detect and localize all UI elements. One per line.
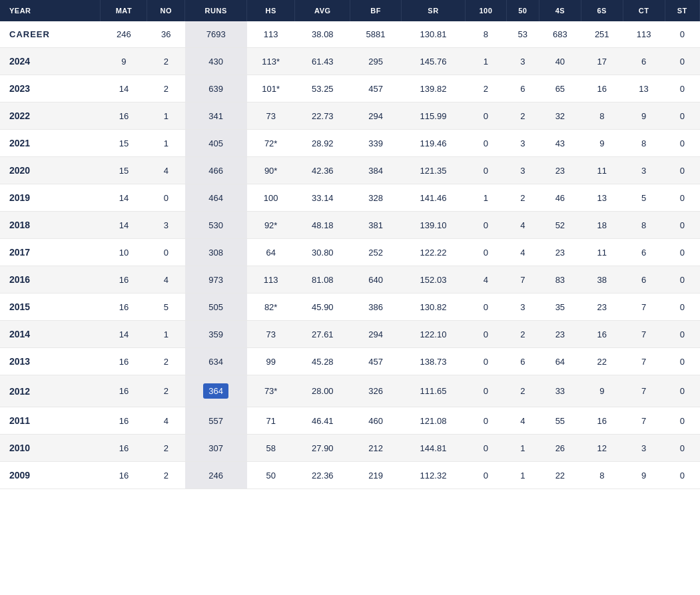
stat-cell: 113 [247, 21, 295, 48]
stat-cell: 246 [101, 21, 147, 48]
stat-cell: 9 [581, 375, 623, 407]
stat-cell: 294 [350, 102, 401, 130]
stat-cell: 18 [581, 212, 623, 239]
stat-cell: 16 [101, 102, 147, 130]
stat-cell: 4 [147, 266, 185, 294]
stat-cell: 8 [623, 212, 665, 239]
stat-cell: 0 [665, 21, 699, 48]
stat-cell: 2 [147, 75, 185, 102]
stat-cell: 3 [506, 294, 539, 321]
stat-cell: 2 [147, 435, 185, 462]
stat-cell: 16 [581, 75, 623, 102]
data-row: 201216236473*28.00326111.650233970 [0, 375, 700, 407]
stat-cell: 640 [350, 266, 401, 294]
stat-cell: 22.36 [295, 462, 350, 489]
stat-cell: 113* [247, 48, 295, 75]
stat-cell: 15 [101, 130, 147, 157]
stat-cell: 7 [623, 294, 665, 321]
stat-cell: 0 [466, 102, 506, 130]
stat-cell: 16 [101, 462, 147, 489]
stat-cell: 0 [466, 212, 506, 239]
stat-cell: 7 [623, 407, 665, 435]
stat-cell: 0 [466, 435, 506, 462]
stat-cell: 8 [623, 130, 665, 157]
stat-cell: 2 [147, 48, 185, 75]
stat-cell: 113 [623, 21, 665, 48]
runs-cell: 7693 [185, 21, 247, 48]
stat-cell: 328 [350, 184, 401, 212]
stat-cell: 0 [147, 239, 185, 266]
stat-cell: 384 [350, 157, 401, 184]
stat-cell: 73 [247, 321, 295, 348]
stat-cell: 22 [539, 462, 581, 489]
stat-cell: 4 [506, 212, 539, 239]
year-cell: 2024 [0, 48, 101, 75]
header-50: 50 [506, 0, 539, 21]
runs-cell: 557 [185, 407, 247, 435]
stat-cell: 16 [101, 266, 147, 294]
stat-cell: 11 [581, 157, 623, 184]
stat-cell: 386 [350, 294, 401, 321]
year-cell: 2012 [0, 375, 101, 407]
stat-cell: 28.92 [295, 130, 350, 157]
stat-cell: 7 [623, 321, 665, 348]
stat-cell: 2 [506, 102, 539, 130]
stat-cell: 23 [539, 157, 581, 184]
stat-cell: 3 [506, 157, 539, 184]
stat-cell: 4 [147, 407, 185, 435]
header-row: YEARMATNORUNSHSAVGBFSR100504S6SCTST [0, 0, 700, 21]
stat-cell: 6 [506, 75, 539, 102]
stat-cell: 45.28 [295, 348, 350, 375]
stat-cell: 14 [101, 212, 147, 239]
header-year: YEAR [0, 0, 101, 21]
stat-cell: 45.90 [295, 294, 350, 321]
stat-cell: 0 [147, 184, 185, 212]
stat-cell: 7 [623, 375, 665, 407]
stat-cell: 12 [581, 435, 623, 462]
runs-cell: 634 [185, 348, 247, 375]
stat-cell: 3 [506, 48, 539, 75]
stat-cell: 5881 [350, 21, 401, 48]
stat-cell: 145.76 [401, 48, 466, 75]
stat-cell: 0 [466, 321, 506, 348]
stat-cell: 683 [539, 21, 581, 48]
stat-cell: 4 [506, 407, 539, 435]
data-row: 201516550582*45.90386130.8203352370 [0, 294, 700, 321]
stat-cell: 1 [147, 130, 185, 157]
stat-cell: 30.80 [295, 239, 350, 266]
stat-cell: 339 [350, 130, 401, 157]
stat-cell: 38 [581, 266, 623, 294]
stat-cell: 0 [665, 435, 699, 462]
stat-cell: 81.08 [295, 266, 350, 294]
data-row: 202115140572*28.92339119.460343980 [0, 130, 700, 157]
stat-cell: 119.46 [401, 130, 466, 157]
stat-cell: 27.61 [295, 321, 350, 348]
stat-cell: 1 [506, 462, 539, 489]
header-no: NO [147, 0, 185, 21]
stat-cell: 99 [247, 348, 295, 375]
stat-cell: 0 [466, 375, 506, 407]
data-row: 201914046410033.14328141.4612461350 [0, 184, 700, 212]
stat-cell: 0 [665, 266, 699, 294]
stat-cell: 2 [147, 375, 185, 407]
stat-cell: 101* [247, 75, 295, 102]
stat-cell: 3 [506, 130, 539, 157]
stat-cell: 152.03 [401, 266, 466, 294]
stat-cell: 22.73 [295, 102, 350, 130]
year-cell: 2009 [0, 462, 101, 489]
year-cell: 2020 [0, 157, 101, 184]
stat-cell: 111.65 [401, 375, 466, 407]
stat-cell: 112.32 [401, 462, 466, 489]
stat-cell: 326 [350, 375, 401, 407]
year-cell: 2014 [0, 321, 101, 348]
runs-cell: 464 [185, 184, 247, 212]
header-runs: RUNS [185, 0, 247, 21]
stat-cell: 50 [247, 462, 295, 489]
career-row: CAREER24636769311338.085881130.818536832… [0, 21, 700, 48]
runs-cell: 307 [185, 435, 247, 462]
stat-cell: 8 [466, 21, 506, 48]
data-row: 20101623075827.90212144.8101261230 [0, 435, 700, 462]
stat-cell: 26 [539, 435, 581, 462]
stat-cell: 92* [247, 212, 295, 239]
stat-cell: 4 [147, 157, 185, 184]
